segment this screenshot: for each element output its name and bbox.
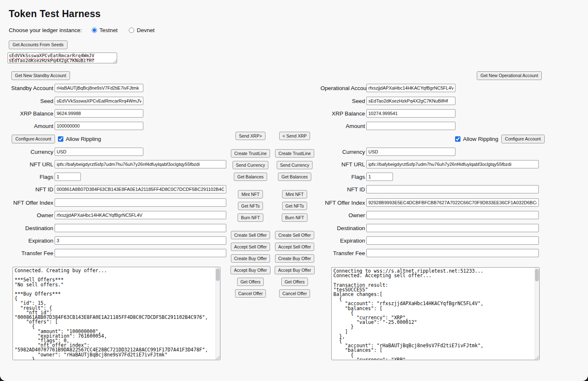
standby-destination-input[interactable] [55, 224, 226, 232]
operational-account-input[interactable] [366, 84, 455, 92]
standby-nft-url-input[interactable] [55, 160, 226, 168]
operational-destination-row: Destination [320, 224, 539, 232]
create-trustline-operational-button[interactable]: Create TrustLine [275, 149, 314, 158]
testnet-radio-label[interactable]: Testnet [100, 27, 118, 33]
operational-nft-id-row: NFT ID [320, 185, 539, 193]
accept-buy-offer-operational-button[interactable]: Accept Buy Offer [275, 266, 314, 274]
operational-owner-label: Owner [320, 212, 366, 218]
standby-xrp-balance-input[interactable] [55, 109, 143, 118]
standby-nft-id-row: NFT ID [8, 185, 226, 193]
operational-currency-input[interactable] [366, 148, 455, 156]
operational-owner-input[interactable] [366, 211, 539, 219]
operational-amount-input[interactable] [366, 122, 455, 130]
operational-flags-input[interactable] [366, 173, 393, 181]
get-new-operational-account-button[interactable]: Get New Operational Account [477, 71, 542, 80]
mint-nft-standby-button[interactable]: Mint NFT [238, 190, 263, 198]
operational-seed-input[interactable] [366, 97, 455, 105]
operational-destination-label: Destination [320, 225, 366, 231]
send-xrp-operational-button[interactable]: < Send XRP [279, 132, 310, 140]
create-trustline-standby-button[interactable]: Create TrustLine [231, 149, 270, 158]
standby-transfer-fee-input[interactable] [55, 249, 226, 257]
send-xrp-standby-button[interactable]: Send XRP> [235, 132, 265, 140]
operational-nft-id-input[interactable] [366, 185, 539, 193]
standby-nft-offer-index-input[interactable] [55, 198, 226, 207]
standby-currency-input[interactable] [55, 148, 143, 156]
operational-nft-offer-index-input[interactable] [366, 198, 539, 207]
testnet-radio[interactable] [92, 28, 97, 33]
operational-account-label: Operational Account [320, 85, 366, 91]
operational-expiration-input[interactable] [366, 236, 539, 245]
operational-expiration-label: Expiration [320, 238, 366, 244]
operational-nft-id-label: NFT ID [320, 186, 366, 193]
operational-nft-offer-index-label: NFT Offer Index [320, 200, 366, 206]
standby-account-label: Standby Account [8, 85, 55, 91]
standby-results-scrollbar[interactable] [215, 267, 220, 360]
operational-destination-input[interactable] [366, 224, 539, 232]
standby-configure-account-button[interactable]: Configure Account [12, 135, 55, 143]
cancel-offer-standby-button[interactable]: Cancel Offer [235, 289, 266, 298]
accept-buy-offer-standby-button[interactable]: Accept Buy Offer [230, 266, 270, 274]
create-sell-offer-standby-button[interactable]: Create Sell Offer [231, 231, 270, 239]
standby-amount-label: Amount [8, 123, 55, 129]
cancel-offer-operational-button[interactable]: Cancel Offer [279, 289, 310, 298]
mint-nft-operational-button[interactable]: Mint NFT [282, 190, 307, 198]
create-buy-offer-standby-button[interactable]: Create Buy Offer [231, 254, 270, 263]
standby-account-row: Standby Account [8, 84, 143, 92]
standby-results-textarea[interactable]: Connected. Creating buy offer... ***Sell… [13, 267, 220, 360]
standby-amount-row: Amount [8, 122, 143, 130]
standby-xrp-balance-label: XRP Balance [8, 110, 55, 117]
standby-configure-row: Configure Account Allow Rippling [12, 135, 101, 143]
get-new-standby-account-button[interactable]: Get New Standby Account [11, 71, 70, 80]
standby-seed-input[interactable] [55, 97, 143, 105]
devnet-radio-label[interactable]: Devnet [137, 27, 155, 33]
send-currency-operational-button[interactable]: Send Currency [277, 161, 313, 169]
operational-amount-label: Amount [320, 123, 366, 129]
standby-flags-input[interactable] [55, 173, 81, 181]
standby-owner-input[interactable] [55, 211, 226, 219]
standby-account-input[interactable] [55, 84, 143, 92]
operational-nft-url-row: NFT URL [320, 160, 539, 168]
standby-expiration-label: Expiration [8, 238, 55, 244]
standby-allow-rippling-checkbox[interactable] [58, 136, 63, 142]
operational-expiration-row: Expiration [320, 236, 539, 245]
devnet-radio[interactable] [129, 28, 134, 33]
standby-amount-input[interactable] [55, 122, 143, 130]
page-title: Token Test Harness [9, 8, 101, 20]
standby-actions-column: Send XRP> Create TrustLine Send Currency… [225, 132, 276, 298]
seeds-textarea[interactable]: sEdVVkSsswaXPCvEatRmcarRrq4WmJV sEdTao2d… [8, 53, 117, 63]
standby-results-scrollbar-thumb[interactable] [216, 268, 220, 281]
operational-nft-url-label: NFT URL [320, 161, 366, 168]
accept-sell-offer-operational-button[interactable]: Accept Sell Offer [275, 243, 315, 251]
operational-allow-rippling-checkbox[interactable] [455, 136, 460, 142]
get-balances-standby-button[interactable]: Get Balances [234, 173, 267, 181]
operational-results-scrollbar[interactable] [535, 268, 539, 360]
operational-nft-offer-index-row: NFT Offer Index [320, 198, 539, 207]
send-currency-standby-button[interactable]: Send Currency [233, 161, 268, 169]
operational-currency-row: Currency [320, 148, 455, 156]
get-offers-operational-button[interactable]: Get Offers [281, 278, 308, 286]
get-offers-standby-button[interactable]: Get Offers [237, 278, 264, 286]
get-nfts-operational-button[interactable]: Get NFTs [282, 202, 307, 210]
burn-nft-standby-button[interactable]: Burn NFT [238, 213, 263, 222]
standby-nft-url-label: NFT URL [8, 161, 55, 168]
operational-results-textarea[interactable]: Connecting to wss://s.altnet.rippletest.… [331, 267, 540, 360]
create-buy-offer-operational-button[interactable]: Create Buy Offer [275, 254, 315, 263]
get-nfts-standby-button[interactable]: Get NFTs [238, 202, 263, 210]
create-sell-offer-operational-button[interactable]: Create Sell Offer [275, 231, 314, 239]
get-accounts-from-seeds-button[interactable]: Get Accounts From Seeds [9, 40, 68, 49]
burn-nft-operational-button[interactable]: Burn NFT [282, 213, 308, 222]
operational-actions-column: < Send XRP Create TrustLine Send Currenc… [269, 132, 320, 298]
standby-currency-label: Currency [8, 149, 55, 155]
standby-nft-id-input[interactable] [55, 185, 226, 193]
operational-allow-rippling-label[interactable]: Allow Rippling [463, 136, 498, 142]
operational-configure-account-button[interactable]: Configure Account [501, 135, 545, 143]
standby-allow-rippling-label[interactable]: Allow Rippling [66, 136, 101, 142]
operational-nft-url-input[interactable] [366, 160, 539, 168]
operational-results-scrollbar-thumb[interactable] [535, 269, 539, 281]
accept-sell-offer-standby-button[interactable]: Accept Sell Offer [231, 243, 270, 251]
standby-expiration-input[interactable] [55, 236, 226, 245]
get-balances-operational-button[interactable]: Get Balances [278, 173, 311, 181]
operational-xrp-balance-input[interactable] [366, 109, 455, 118]
operational-account-row: Operational Account [320, 84, 455, 92]
operational-transfer-fee-input[interactable] [366, 249, 539, 257]
